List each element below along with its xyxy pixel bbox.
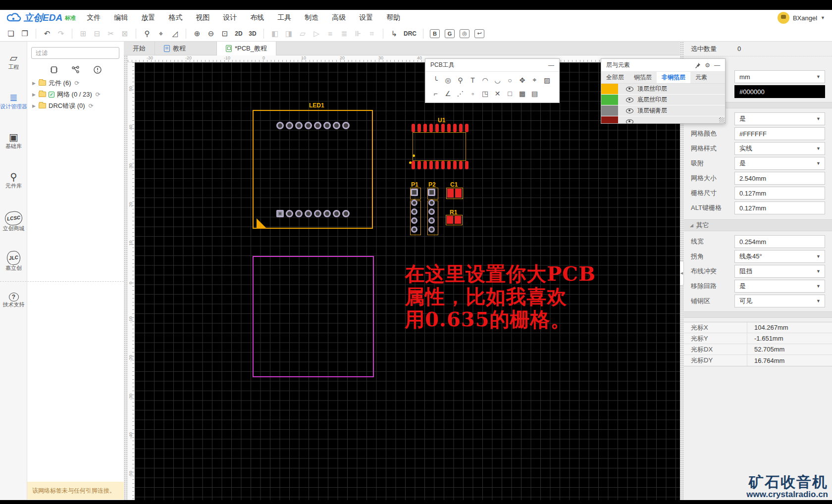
connector-pad[interactable] [411, 226, 417, 233]
menu-edit[interactable]: 编辑 [114, 13, 128, 22]
menu-settings[interactable]: 设置 [359, 13, 373, 22]
component-label[interactable]: P1 [411, 181, 418, 188]
eye-icon[interactable] [626, 119, 633, 124]
smd-pad[interactable] [455, 189, 462, 198]
component-label[interactable]: LED1 [309, 102, 324, 109]
sidebar-item-design-manager[interactable]: ≣ 设计管理器 [0, 92, 27, 110]
sidebar-item-base-library[interactable]: ▣ 基础库 [0, 131, 27, 150]
smd-pad[interactable] [435, 161, 439, 169]
connector-pad[interactable] [428, 200, 435, 206]
collapse-panel-handle[interactable]: ◀ [680, 261, 684, 286]
view-2d-button[interactable]: 2D [233, 28, 245, 40]
unit-select[interactable]: mm▼ [734, 70, 825, 83]
smd-pad[interactable] [453, 124, 457, 132]
smd-pad[interactable] [465, 161, 468, 169]
minimize-icon[interactable]: — [714, 62, 720, 69]
menu-format[interactable]: 格式 [168, 13, 182, 22]
rect-tool[interactable]: □ [504, 87, 516, 100]
sidebar-item-support[interactable]: ? 技术支持 [0, 290, 27, 308]
zoom-in-button[interactable]: ⊕ [191, 28, 203, 40]
remove-loop-select[interactable]: 是▼ [734, 280, 825, 293]
pin-tool[interactable]: ⚲ [454, 73, 467, 87]
spacing-tool[interactable]: ✕ [491, 87, 504, 100]
through-hole-pad[interactable] [342, 210, 350, 217]
left-splitter[interactable] [124, 55, 128, 500]
track-tool[interactable]: ╰ [429, 73, 442, 87]
eye-icon[interactable] [626, 87, 633, 92]
layer-tab[interactable]: 全部层 [601, 72, 629, 83]
eye-icon[interactable] [626, 98, 633, 102]
search-button[interactable]: ⚲ [141, 28, 153, 40]
through-hole-pad[interactable] [305, 122, 312, 129]
through-hole-pad[interactable] [333, 122, 340, 129]
bom-button[interactable]: B [430, 29, 440, 38]
zoom-out-button[interactable]: ⊖ [205, 28, 217, 40]
layer-row[interactable]: 顶层丝印层 [601, 84, 725, 95]
eye-icon[interactable] [626, 108, 633, 113]
smd-pad[interactable] [412, 161, 415, 169]
through-hole-pad[interactable] [276, 210, 284, 217]
smd-pad[interactable] [429, 161, 433, 169]
component-label[interactable]: R1 [450, 209, 457, 216]
error-icon[interactable] [93, 65, 102, 74]
layer-color-swatch[interactable] [601, 95, 618, 105]
menu-place[interactable]: 放置 [141, 13, 155, 22]
grid-style-select[interactable]: 实线▼ [734, 142, 825, 155]
smd-pad[interactable] [465, 124, 468, 132]
pcb-tools-panel[interactable]: PCB工具 — ╰◎⚲T◠◡○✥⌖▨⌐∠⋰▫◳✕□▩▤ [425, 58, 560, 103]
corner-select[interactable]: 线条45°▼ [734, 250, 825, 263]
connector-pad[interactable] [428, 189, 435, 196]
measure-tool[interactable]: ⋰ [454, 87, 467, 100]
origin-button[interactable]: ◎ [460, 29, 469, 38]
pcb-canvas[interactable]: LED1 U1 P1 P2 C1 R1 [135, 62, 680, 500]
smd-pad[interactable] [417, 124, 421, 132]
snap-select[interactable]: 是▼ [734, 157, 825, 170]
component-label[interactable]: U1 [438, 117, 445, 124]
smd-pad[interactable] [453, 161, 457, 169]
layer-row[interactable]: 底层丝印层 [601, 95, 725, 105]
user-menu[interactable]: BXangel ▼ [778, 12, 825, 24]
measure-button[interactable]: ◿ [169, 28, 181, 40]
through-hole-pad[interactable] [314, 122, 321, 129]
track-width-input[interactable]: 0.254mm [734, 235, 825, 248]
sidebar-item-lcsc-mall[interactable]: LCSC 立创商城 [0, 210, 27, 232]
through-hole-pad[interactable] [314, 210, 321, 217]
expand-arrow-icon[interactable]: ▶ [32, 103, 36, 108]
smd-pad[interactable] [423, 161, 427, 169]
find-similar-button[interactable]: ⌖ [155, 28, 167, 40]
save-button[interactable]: ❐ [19, 28, 31, 40]
menu-advanced[interactable]: 高级 [332, 13, 346, 22]
component-outline-u1[interactable] [413, 132, 466, 161]
connector-pad[interactable] [428, 208, 435, 215]
image-tool[interactable]: ▨ [541, 73, 553, 87]
tree-item-components[interactable]: ▶ 元件 (6) ⟳ [32, 77, 122, 89]
view-3d-button[interactable]: 3D [247, 28, 259, 40]
smd-pad[interactable] [441, 161, 445, 169]
through-hole-pad[interactable] [286, 122, 293, 129]
panelize-tool[interactable]: ▤ [528, 87, 541, 100]
solid-region-tool[interactable]: ◳ [479, 87, 491, 100]
connector-pad[interactable] [411, 217, 417, 224]
grid-size-input[interactable]: 2.540mm [734, 172, 825, 185]
through-hole-pad[interactable] [286, 210, 293, 217]
through-hole-pad[interactable] [342, 122, 350, 129]
smd-pad[interactable] [447, 161, 451, 169]
layer-tab[interactable]: 铜箔层 [629, 72, 657, 83]
connect-pad-tool[interactable]: ▩ [516, 87, 528, 100]
route-button[interactable]: ↳ [388, 28, 400, 40]
component-label[interactable]: C1 [450, 181, 458, 188]
section-other[interactable]: ◢ 其它 [684, 219, 832, 231]
component-icon[interactable] [50, 65, 58, 74]
expand-arrow-icon[interactable]: ▶ [32, 81, 36, 86]
sidebar-item-jlc[interactable]: JLC 嘉立创 [0, 250, 27, 271]
gear-icon[interactable]: ⚙ [705, 62, 710, 69]
arc-center-tool[interactable]: ◡ [491, 73, 504, 87]
smd-pad[interactable] [447, 216, 453, 224]
component-label[interactable]: P2 [428, 181, 436, 188]
menu-tools[interactable]: 工具 [277, 13, 291, 22]
smd-pad[interactable] [459, 161, 463, 169]
layer-row[interactable] [601, 116, 725, 124]
layers-panel[interactable]: 层与元素 ⚙ — 全部层铜箔层非铜箔层元素 顶层丝印层底层丝印层顶层锡膏层 [601, 58, 726, 124]
layer-color-swatch[interactable] [601, 105, 618, 116]
tree-item-drc-errors[interactable]: ▶ DRC错误 (0) ⟳ [32, 100, 122, 111]
